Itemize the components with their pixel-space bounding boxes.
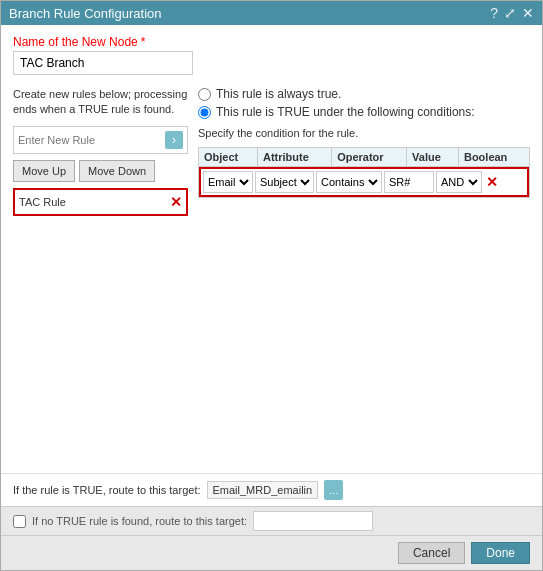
create-rules-label: Create new rules below; processing ends …	[13, 87, 188, 118]
col-boolean: Boolean	[458, 148, 529, 167]
rule-item-remove[interactable]: ✕	[170, 194, 182, 210]
dialog-content: Name of the New Node * Create new rules …	[1, 25, 542, 473]
radio-conditions-row[interactable]: This rule is TRUE under the following co…	[198, 105, 530, 119]
node-name-label: Name of the New Node *	[13, 35, 530, 49]
empty-spacer	[13, 224, 530, 463]
two-col-layout: Create new rules below; processing ends …	[13, 87, 530, 216]
condition-row-wrap: Email Subject Contains	[199, 167, 529, 197]
enter-rule-container: ›	[13, 126, 188, 154]
col-object: Object	[199, 148, 258, 167]
node-name-input[interactable]	[13, 51, 193, 75]
no-true-input[interactable]	[253, 511, 373, 531]
col-value: Value	[407, 148, 459, 167]
radio-group: This rule is always true. This rule is T…	[198, 87, 530, 119]
enter-rule-input[interactable]	[18, 134, 165, 146]
no-true-checkbox[interactable]	[13, 515, 26, 528]
close-icon[interactable]: ✕	[522, 5, 534, 21]
help-icon[interactable]: ?	[490, 5, 498, 21]
route-target-row: If the rule is TRUE, route to this targe…	[1, 473, 542, 506]
done-button[interactable]: Done	[471, 542, 530, 564]
titlebar-icons: ? ⤢ ✕	[490, 5, 534, 21]
route-label: If the rule is TRUE, route to this targe…	[13, 484, 201, 496]
col-attribute: Attribute	[258, 148, 332, 167]
titlebar: Branch Rule Configuration ? ⤢ ✕	[1, 1, 542, 25]
col-operator: Operator	[332, 148, 407, 167]
radio-conditions-label: This rule is TRUE under the following co…	[216, 105, 475, 119]
node-name-section: Name of the New Node *	[13, 35, 530, 75]
no-true-rule-row: If no TRUE rule is found, route to this …	[1, 506, 542, 535]
resize-icon[interactable]: ⤢	[504, 5, 516, 21]
move-buttons: Move Up Move Down	[13, 160, 188, 182]
radio-always-label: This rule is always true.	[216, 87, 341, 101]
move-down-button[interactable]: Move Down	[79, 160, 155, 182]
move-up-button[interactable]: Move Up	[13, 160, 75, 182]
right-column: This rule is always true. This rule is T…	[198, 87, 530, 216]
cancel-button[interactable]: Cancel	[398, 542, 465, 564]
radio-always-row[interactable]: This rule is always true.	[198, 87, 530, 101]
value-input[interactable]	[384, 171, 434, 193]
rule-item-label: TAC Rule	[19, 196, 166, 208]
left-column: Create new rules below; processing ends …	[13, 87, 188, 216]
table-row: Email Subject Contains	[199, 167, 530, 198]
condition-row-cell: Email Subject Contains	[199, 167, 530, 198]
operator-select[interactable]: Contains	[316, 171, 382, 193]
rule-list-item: TAC Rule ✕	[13, 188, 188, 216]
route-browse-button[interactable]: ...	[324, 480, 343, 500]
attribute-select[interactable]: Subject	[255, 171, 314, 193]
condition-table: Object Attribute Operator Value Boolean	[198, 147, 530, 198]
object-select[interactable]: Email	[203, 171, 253, 193]
radio-always[interactable]	[198, 88, 211, 101]
dialog-footer: Cancel Done	[1, 535, 542, 570]
specify-condition-label: Specify the condition for the rule.	[198, 127, 530, 139]
table-header-row: Object Attribute Operator Value Boolean	[199, 148, 530, 167]
no-true-label: If no TRUE rule is found, route to this …	[32, 515, 247, 527]
condition-remove-icon[interactable]: ✕	[484, 174, 500, 190]
radio-conditions[interactable]	[198, 106, 211, 119]
condition-table-wrapper: Object Attribute Operator Value Boolean	[198, 145, 530, 216]
boolean-select[interactable]: AND	[436, 171, 482, 193]
branch-rule-dialog: Branch Rule Configuration ? ⤢ ✕ Name of …	[0, 0, 543, 571]
add-rule-button[interactable]: ›	[165, 131, 183, 149]
dialog-title: Branch Rule Configuration	[9, 6, 161, 21]
route-value: Email_MRD_emailin	[207, 481, 319, 499]
